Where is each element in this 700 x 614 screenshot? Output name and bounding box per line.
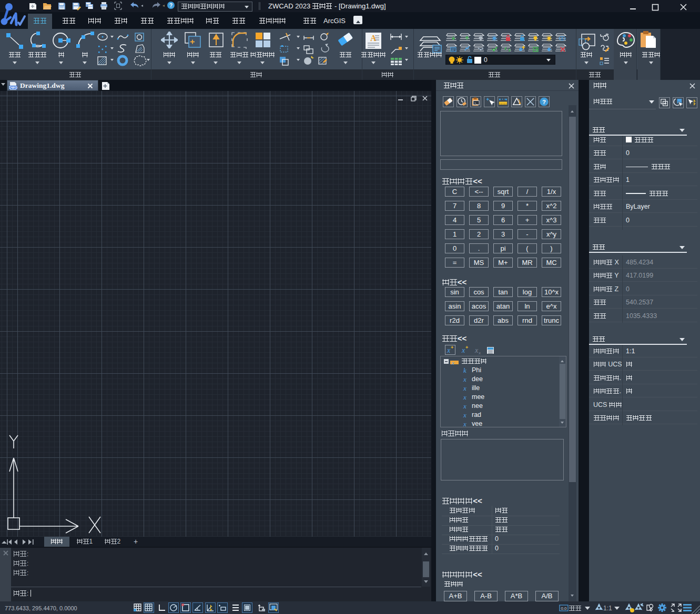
svg-text:0.0: 0.0 xyxy=(561,606,567,611)
svg-text:?: ? xyxy=(542,99,546,105)
svg-text:x: x xyxy=(451,360,454,366)
svg-text:?: ? xyxy=(169,3,173,8)
svg-text:x: x xyxy=(474,346,479,354)
svg-text:+: + xyxy=(465,345,468,350)
svg-text:x: x xyxy=(479,351,481,355)
svg-text:+: + xyxy=(451,345,453,350)
svg-text:x: x xyxy=(461,346,465,354)
svg-text:>_: >_ xyxy=(474,101,478,105)
svg-text:DWG: DWG xyxy=(9,86,17,89)
svg-text:x: x xyxy=(447,346,451,354)
